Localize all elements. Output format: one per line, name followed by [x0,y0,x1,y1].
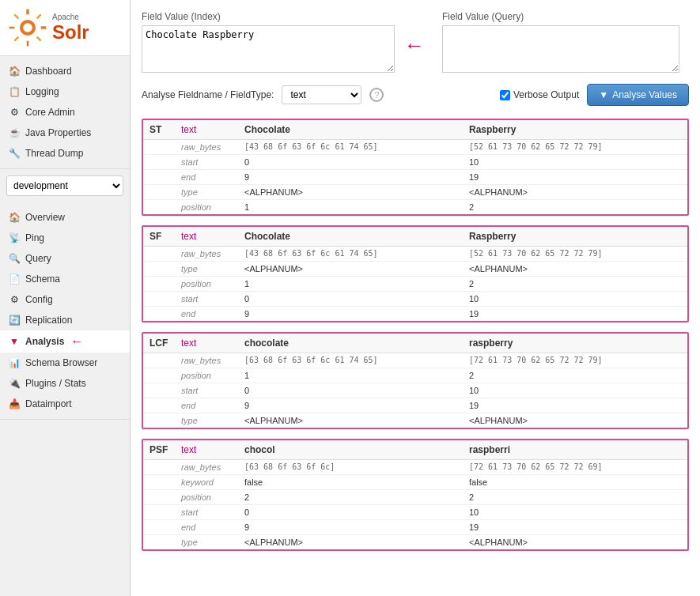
sidebar-item-dataimport[interactable]: 📥 Dataimport [0,394,130,414]
sidebar-item-thread-dump[interactable]: 🔧 Thread Dump [0,143,130,164]
table-row: end919 [143,307,687,321]
table-row: keywordfalsefalse [143,475,687,490]
row-col2: <ALPHANUM> [463,535,687,549]
field-value-index-label: Field Value (Index) [142,11,395,22]
sidebar-item-schema[interactable]: 📄 Schema [0,269,130,289]
svg-line-1 [37,14,41,18]
table-row: start010 [143,383,687,398]
row-col2: 19 [463,307,687,321]
row-col2: [72 61 73 70 62 65 72 72 79] [463,353,687,368]
table-row: position22 [143,490,687,505]
row-col2: [52 61 73 70 62 65 72 72 79] [463,247,687,261]
row-col2: 2 [463,490,687,504]
global-nav: 🏠 Dashboard 📋 Logging ⚙ Core Admin ☕ Jav… [0,56,130,169]
overview-icon: 🏠 [8,211,21,224]
verbose-output-label[interactable]: Verbose Output [500,89,579,100]
analysis-header-LCF: LCFtextchocolateraspberry [143,334,687,353]
ping-icon: 📡 [8,232,21,244]
row-col1: 0 [238,155,463,169]
sidebar-item-logging[interactable]: 📋 Logging [0,81,130,102]
dashboard-icon: 🏠 [8,65,21,77]
row-label: raw_bytes [175,353,238,368]
sidebar-item-overview[interactable]: 🏠 Overview [0,207,130,228]
table-row: type<ALPHANUM><ALPHANUM> [143,535,687,549]
sidebar-item-core-admin[interactable]: ⚙ Core Admin [0,102,130,123]
table-row: end919 [143,398,687,413]
table-row: type<ALPHANUM><ALPHANUM> [143,262,687,277]
sidebar-item-ping[interactable]: 📡 Ping [0,228,130,248]
block-token1-SF: Chocolate [238,227,463,246]
svg-point-9 [23,23,32,32]
fieldtype-select[interactable]: text text_general string [282,85,361,104]
field-value-query-input[interactable] [442,25,679,73]
row-label: type [175,413,238,428]
svg-line-3 [37,37,41,41]
row-col2: 10 [463,383,687,398]
row-col2: 10 [463,505,687,519]
table-row: end919 [143,170,687,185]
analysis-blocks-container: STtextChocolateRaspberryraw_bytes[43 68 … [142,119,689,551]
row-col1: 1 [238,277,463,291]
row-col2: 19 [463,398,687,413]
table-row: position12 [143,277,687,292]
block-id-PSF: PSF [143,440,175,459]
config-icon: ⚙ [8,293,21,306]
verbose-output-checkbox[interactable] [500,90,510,100]
row-col2: 2 [463,200,687,214]
analyse-filter-icon: ▼ [599,89,608,100]
row-label: raw_bytes [175,460,238,474]
row-label: raw_bytes [175,140,238,154]
block-fieldtype-ST: text [175,120,238,139]
row-col2: 2 [463,277,687,291]
sidebar-item-analysis[interactable]: ▼ Analysis ← [0,330,130,353]
row-label: start [175,155,238,169]
row-col1: <ALPHANUM> [238,413,463,428]
row-label: type [175,535,238,549]
row-col1: 0 [238,505,463,519]
row-label: position [175,277,238,291]
table-row: position12 [143,368,687,383]
thread-icon: 🔧 [8,147,21,160]
field-value-index-input[interactable] [142,25,395,73]
block-token2-LCF: raspberry [463,334,687,353]
logo-apache-text: Apache [52,13,89,21]
row-label: keyword [175,475,238,489]
logo-area: Apache Solr [0,0,130,56]
field-value-arrow: ← [404,33,425,58]
field-value-row: Field Value (Index) ← Field Value (Query… [142,11,689,73]
row-label: position [175,368,238,383]
analyse-values-button[interactable]: ▼ Analyse Values [587,84,689,106]
row-col1: <ALPHANUM> [238,535,463,549]
analyse-fieldname-label: Analyse Fieldname / FieldType: [142,89,274,100]
core-selector[interactable]: development production [6,175,123,196]
core-select-dropdown[interactable]: development production [6,175,123,196]
core-admin-icon: ⚙ [8,106,21,119]
analysis-arrow: ← [70,334,83,349]
row-col2: <ALPHANUM> [463,185,687,199]
sidebar-item-replication[interactable]: 🔄 Replication [0,310,130,330]
sidebar-item-java-properties[interactable]: ☕ Java Properties [0,123,130,143]
row-col2: false [463,475,687,489]
help-icon[interactable]: ? [369,88,384,102]
sidebar-item-config[interactable]: ⚙ Config [0,289,130,310]
schema-icon: 📄 [8,273,21,285]
row-col1: 0 [238,292,463,306]
sidebar-item-query[interactable]: 🔍 Query [0,248,130,269]
block-token1-ST: Chocolate [238,120,463,139]
sidebar-item-dashboard[interactable]: 🏠 Dashboard [0,61,130,81]
analyse-controls-row: Analyse Fieldname / FieldType: text text… [142,84,689,106]
row-col1: false [238,475,463,489]
row-col2: 19 [463,170,687,184]
analysis-icon: ▼ [8,335,21,348]
row-col1: 2 [238,490,463,504]
analysis-header-PSF: PSFtextchocolraspberri [143,440,687,460]
row-col2: <ALPHANUM> [463,262,687,276]
sidebar-item-schema-browser[interactable]: 📊 Schema Browser [0,353,130,373]
row-col1: 1 [238,200,463,214]
row-label: type [175,185,238,199]
row-col1: 9 [238,170,463,184]
sidebar-item-plugins-stats[interactable]: 🔌 Plugins / Stats [0,373,130,394]
analysis-block-SF: SFtextChocolateRaspberryraw_bytes[43 68 … [142,225,689,323]
row-col1: 9 [238,307,463,321]
logging-icon: 📋 [8,85,21,98]
